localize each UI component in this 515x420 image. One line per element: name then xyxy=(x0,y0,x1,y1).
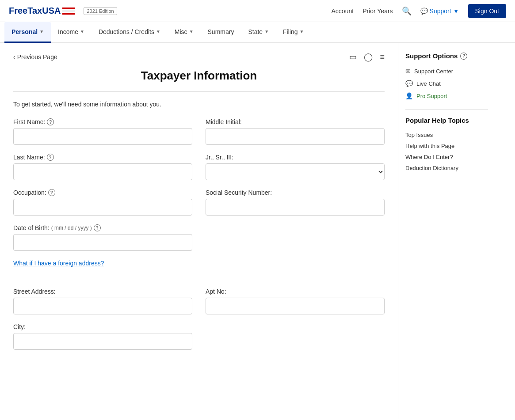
logo-text: FreeTaxUSA xyxy=(9,6,61,16)
dob-group: Date of Birth: ( mm / dd / yyyy ) ? xyxy=(13,224,192,251)
nav-item-state[interactable]: State ▼ xyxy=(241,22,276,43)
city-input[interactable] xyxy=(13,333,192,350)
occupation-help-icon[interactable]: ? xyxy=(48,189,55,196)
city-group: City: xyxy=(13,323,192,350)
chevron-state: ▼ xyxy=(264,29,269,34)
chevron-deductions: ▼ xyxy=(156,29,160,34)
search-button[interactable]: 🔍 xyxy=(402,6,412,16)
intro-text: To get started, we'll need some informat… xyxy=(13,101,385,108)
sidebar: Support Options ? ✉ Support Center 💬 Liv… xyxy=(398,43,495,419)
nav-item-deductions[interactable]: Deductions / Credits ▼ xyxy=(92,22,168,43)
sign-out-button[interactable]: Sign Out xyxy=(468,4,506,18)
first-name-input[interactable] xyxy=(13,128,192,145)
last-name-label: Last Name: ? xyxy=(13,154,192,161)
topic-top-issues[interactable]: Top Issues xyxy=(405,129,488,140)
form-row-dob: Date of Birth: ( mm / dd / yyyy ) ? xyxy=(13,224,385,251)
taxpayer-form: First Name: ? Middle Initial: Last Name: xyxy=(13,118,385,350)
middle-initial-group: Middle Initial: xyxy=(206,118,385,145)
support-center-label: Support Center xyxy=(414,68,453,75)
suffix-label: Jr., Sr., III: xyxy=(206,154,385,161)
foreign-address-link[interactable]: What if I have a foreign address? xyxy=(13,260,104,267)
last-name-input[interactable] xyxy=(13,163,192,180)
chevron-down-icon: ▼ xyxy=(453,8,459,15)
title-divider xyxy=(13,91,385,92)
history-icon[interactable]: ◯ xyxy=(364,52,373,62)
logo: FreeTaxUSA xyxy=(9,6,75,16)
nav-item-filing[interactable]: Filing ▼ xyxy=(276,22,311,43)
form-row-street: Street Address: Apt No: xyxy=(13,288,385,314)
toolbar: ‹ Previous Page ▭ ◯ ≡ xyxy=(13,52,385,62)
topic-where-enter[interactable]: Where Do I Enter? xyxy=(405,151,488,163)
envelope-icon: ✉ xyxy=(405,68,411,75)
nav-label-income: Income xyxy=(58,28,78,35)
person-icon: 👤 xyxy=(405,92,413,99)
form-row-lastname: Last Name: ? Jr., Sr., III: Jr. Sr. II I… xyxy=(13,154,385,180)
last-name-group: Last Name: ? xyxy=(13,154,192,180)
topic-help-page[interactable]: Help with this Page xyxy=(405,140,488,151)
ssn-input[interactable] xyxy=(206,199,385,216)
city-label: City: xyxy=(13,323,192,330)
dob-help-icon[interactable]: ? xyxy=(94,224,101,231)
form-row-city: City: xyxy=(13,323,385,350)
previous-page-label: Previous Page xyxy=(17,53,57,61)
previous-page-link[interactable]: ‹ Previous Page xyxy=(13,53,57,61)
edition-badge: 2021 Edition xyxy=(84,7,117,15)
chevron-left-icon: ‹ xyxy=(13,53,15,61)
chevron-income: ▼ xyxy=(80,29,84,34)
nav-item-summary[interactable]: Summary xyxy=(201,22,241,43)
bookmark-icon[interactable]: ▭ xyxy=(349,52,357,62)
chevron-misc: ▼ xyxy=(189,29,194,34)
header-left: FreeTaxUSA 2021 Edition xyxy=(9,6,117,16)
live-chat-option[interactable]: 💬 Live Chat xyxy=(405,77,488,90)
occupation-group: Occupation: ? xyxy=(13,189,192,216)
main-container: ‹ Previous Page ▭ ◯ ≡ Taxpayer Informati… xyxy=(0,43,515,419)
chevron-filing: ▼ xyxy=(300,29,304,34)
main-nav: Personal ▼ Income ▼ Deductions / Credits… xyxy=(0,22,515,43)
suffix-select[interactable]: Jr. Sr. II III IV xyxy=(206,163,385,180)
content-area: ‹ Previous Page ▭ ◯ ≡ Taxpayer Informati… xyxy=(0,43,398,419)
nav-label-misc: Misc xyxy=(175,28,187,35)
first-name-label: First Name: ? xyxy=(13,118,192,125)
stripe-red-2 xyxy=(62,13,75,15)
apt-input[interactable] xyxy=(206,298,385,314)
toolbar-icons: ▭ ◯ ≡ xyxy=(349,52,385,62)
form-row-name: First Name: ? Middle Initial: xyxy=(13,118,385,145)
apt-group: Apt No: xyxy=(206,288,385,314)
stripe-white xyxy=(62,10,75,12)
account-link[interactable]: Account xyxy=(332,8,354,15)
support-options-title: Support Options ? xyxy=(405,52,488,60)
street-input[interactable] xyxy=(13,298,192,314)
last-name-help-icon[interactable]: ? xyxy=(47,154,54,161)
support-center-option[interactable]: ✉ Support Center xyxy=(405,65,488,77)
nav-item-misc[interactable]: Misc ▼ xyxy=(168,22,201,43)
nav-item-income[interactable]: Income ▼ xyxy=(51,22,92,43)
sidebar-divider xyxy=(405,109,488,110)
pro-support-option[interactable]: 👤 Pro Support xyxy=(405,90,488,102)
occupation-label: Occupation: ? xyxy=(13,189,192,196)
ssn-label: Social Security Number: xyxy=(206,189,385,196)
foreign-address-row: What if I have a foreign address? xyxy=(13,260,385,277)
speech-icon: 💬 xyxy=(405,80,413,87)
nav-item-personal[interactable]: Personal ▼ xyxy=(4,22,51,43)
topic-deduction-dictionary[interactable]: Deduction Dictionary xyxy=(405,163,488,174)
support-label: Support xyxy=(430,8,451,15)
nav-label-state: State xyxy=(248,28,263,35)
suffix-group: Jr., Sr., III: Jr. Sr. II III IV xyxy=(206,154,385,180)
list-icon[interactable]: ≡ xyxy=(380,53,385,62)
street-group: Street Address: xyxy=(13,288,192,314)
street-label: Street Address: xyxy=(13,288,192,295)
dob-label: Date of Birth: ( mm / dd / yyyy ) ? xyxy=(13,224,192,231)
first-name-help-icon[interactable]: ? xyxy=(47,118,54,125)
apt-label: Apt No: xyxy=(206,288,385,295)
support-help-icon[interactable]: ? xyxy=(460,53,467,60)
nav-label-summary: Summary xyxy=(208,28,234,35)
live-chat-label: Live Chat xyxy=(416,80,441,87)
support-button[interactable]: 💬 Support ▼ xyxy=(420,8,459,15)
middle-initial-input[interactable] xyxy=(206,128,385,145)
middle-initial-label: Middle Initial: xyxy=(206,118,385,125)
dob-input[interactable] xyxy=(13,234,192,251)
ssn-group: Social Security Number: xyxy=(206,189,385,216)
occupation-input[interactable] xyxy=(13,199,192,216)
prior-years-link[interactable]: Prior Years xyxy=(362,8,393,15)
nav-label-filing: Filing xyxy=(283,28,298,35)
